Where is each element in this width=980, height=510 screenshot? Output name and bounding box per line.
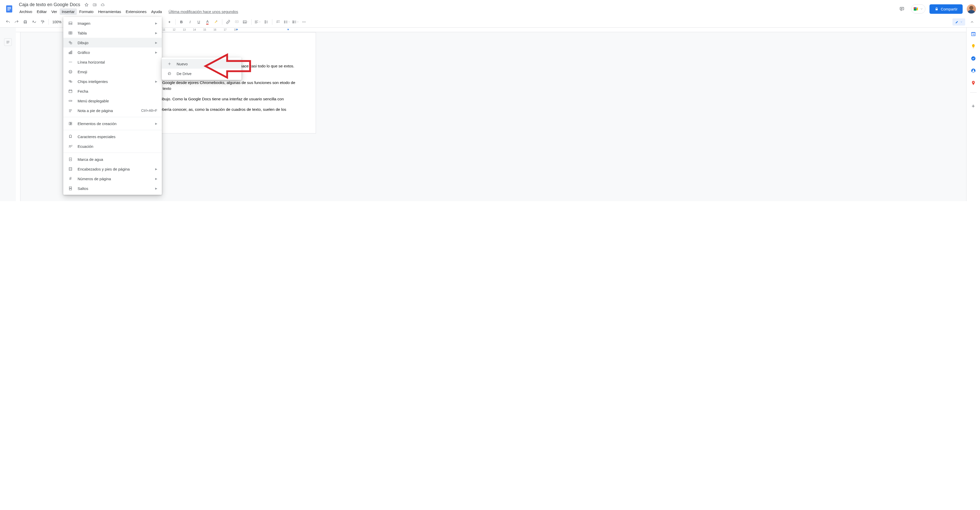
calendar-app-icon[interactable]: 31	[970, 31, 976, 37]
date-icon	[68, 89, 73, 94]
insert-hr-item[interactable]: Línea horizontal	[63, 57, 162, 67]
docs-logo[interactable]	[4, 3, 14, 15]
svg-rect-26	[69, 22, 72, 25]
dropdown-icon	[68, 98, 73, 104]
numbered-list-button[interactable]: 123	[292, 18, 299, 26]
spellcheck-button[interactable]	[30, 18, 38, 26]
underline-button[interactable]: U	[195, 18, 203, 26]
drawing-new-item[interactable]: Nuevo	[162, 59, 242, 69]
bulleted-list-button[interactable]	[283, 18, 291, 26]
checklist-button[interactable]	[274, 18, 282, 26]
align-button[interactable]	[254, 18, 261, 26]
svg-point-25	[973, 82, 974, 83]
tasks-app-icon[interactable]	[970, 56, 976, 61]
highlight-button[interactable]	[212, 18, 220, 26]
insert-chips-item[interactable]: Chips inteligentes ▶	[63, 76, 162, 86]
editing-mode-button[interactable]	[953, 18, 965, 26]
toolbar-separator	[48, 19, 49, 25]
svg-point-14	[284, 22, 285, 23]
menu-file[interactable]: Archivo	[18, 8, 34, 15]
svg-text:3: 3	[293, 22, 293, 24]
menu-tools[interactable]: Herramientas	[96, 8, 123, 15]
contacts-app-icon[interactable]	[970, 68, 976, 73]
last-edit-link[interactable]: Última modificación hace unos segundos	[169, 10, 238, 14]
increase-font-size-button[interactable]: +	[165, 18, 173, 26]
insert-drawing-item[interactable]: Dibujo ▶	[63, 38, 162, 48]
line-spacing-button[interactable]	[262, 18, 270, 26]
insert-breaks-item[interactable]: Saltos ▶	[63, 183, 162, 193]
insert-chart-item[interactable]: Gráfico ▶	[63, 48, 162, 57]
undo-button[interactable]	[4, 18, 12, 26]
insert-blocks-item[interactable]: Elementos de creación ▶	[63, 119, 162, 128]
shortcut-label: Ctrl+Alt+F	[141, 108, 157, 113]
page-break-icon	[68, 186, 73, 191]
insert-special-chars-item[interactable]: Ω Caracteres especiales	[63, 132, 162, 142]
maps-app-icon[interactable]	[970, 80, 976, 86]
menu-format[interactable]: Formato	[77, 8, 96, 15]
indent-marker[interactable]: ▼	[236, 28, 239, 31]
meet-button[interactable]	[911, 4, 925, 14]
share-label: Compartir	[941, 7, 958, 11]
drawing-from-drive-item[interactable]: De Drive	[162, 69, 242, 78]
insert-equation-item[interactable]: π² Ecuación	[63, 142, 162, 151]
vertical-ruler[interactable]	[16, 32, 21, 201]
svg-rect-11	[243, 21, 246, 23]
right-margin-marker[interactable]: ▼	[287, 28, 290, 31]
insert-footnote-item[interactable]: Nota a pie de página Ctrl+Alt+F	[63, 106, 162, 115]
paint-format-button[interactable]	[39, 18, 46, 26]
add-comment-button[interactable]	[233, 18, 241, 26]
svg-rect-21	[973, 48, 974, 48]
insert-headers-item[interactable]: Encabezados y pies de página ▶	[63, 164, 162, 174]
document-title[interactable]: Caja de texto en Google Docs	[18, 2, 82, 8]
svg-rect-42	[71, 124, 72, 125]
menu-edit[interactable]: Editar	[35, 8, 49, 15]
lock-icon	[935, 7, 939, 11]
italic-button[interactable]: I	[186, 18, 194, 26]
chevron-down-icon	[288, 21, 290, 23]
open-comments-button[interactable]	[897, 4, 907, 14]
insert-date-item[interactable]: Fecha	[63, 86, 162, 96]
insert-page-numbers-item[interactable]: # Números de página ▶	[63, 174, 162, 183]
headers-footers-icon	[68, 166, 73, 172]
menu-view[interactable]: Ver	[49, 8, 59, 15]
menu-insert[interactable]: Insertar	[60, 8, 77, 15]
cloud-status-icon[interactable]	[100, 3, 105, 7]
share-button[interactable]: Compartir	[929, 4, 963, 14]
insert-watermark-item[interactable]: Marca de agua	[63, 155, 162, 164]
insert-image-item[interactable]: Imagen ▶	[63, 18, 162, 28]
emoji-icon	[68, 69, 73, 74]
svg-rect-7	[24, 22, 27, 23]
text-color-button[interactable]: A	[204, 18, 211, 26]
account-avatar[interactable]	[967, 4, 976, 14]
chevron-down-icon	[259, 21, 261, 23]
insert-image-button[interactable]	[242, 18, 249, 26]
star-icon[interactable]	[84, 3, 89, 7]
get-addons-button[interactable]: +	[972, 103, 975, 110]
insert-table-item[interactable]: Tabla ▶	[63, 28, 162, 38]
hide-menus-button[interactable]	[968, 18, 976, 26]
menu-help[interactable]: Ayuda	[149, 8, 164, 15]
insert-emoji-item[interactable]: Emoji	[63, 67, 162, 76]
keep-app-icon[interactable]	[970, 43, 976, 49]
insert-dropdown-item[interactable]: Menú desplegable	[63, 96, 162, 106]
svg-rect-46	[69, 189, 72, 190]
print-button[interactable]	[21, 18, 29, 26]
svg-rect-31	[70, 51, 71, 54]
more-toolbar-button[interactable]: ⋯	[301, 18, 308, 26]
svg-rect-38	[69, 90, 72, 93]
svg-point-22	[971, 56, 975, 61]
watermark-icon	[68, 157, 73, 162]
svg-point-24	[973, 69, 974, 71]
redo-button[interactable]	[13, 18, 21, 26]
svg-point-34	[70, 71, 70, 72]
insert-link-button[interactable]	[224, 18, 232, 26]
bold-button[interactable]: B	[178, 18, 185, 26]
menu-extensions[interactable]: Extensiones	[124, 8, 148, 15]
svg-rect-6	[935, 9, 938, 10]
chevron-down-icon	[920, 7, 923, 10]
show-outline-button[interactable]	[4, 38, 12, 46]
side-panel: 31 +	[966, 27, 980, 201]
move-icon[interactable]	[92, 3, 97, 7]
zoom-value: 100%	[52, 20, 62, 24]
chevron-down-icon	[960, 21, 963, 23]
